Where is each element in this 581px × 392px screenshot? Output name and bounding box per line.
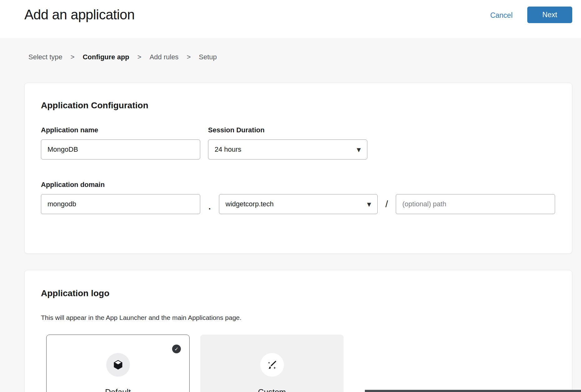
session-duration-select[interactable]: 24 hours ▾	[208, 140, 367, 159]
breadcrumb-separator: >	[187, 53, 191, 61]
custom-logo-circle	[260, 353, 284, 377]
application-name-label: Application name	[41, 126, 200, 134]
session-duration-field: Session Duration 24 hours ▾	[208, 126, 367, 159]
application-name-input[interactable]	[41, 140, 200, 159]
breadcrumb-separator: >	[71, 53, 75, 61]
session-duration-value: 24 hours	[215, 145, 241, 154]
check-icon: ✓	[174, 346, 178, 352]
application-configuration-card: Application Configuration Application na…	[24, 83, 572, 254]
breadcrumb-step-select-type[interactable]: Select type	[28, 53, 62, 61]
selected-check-badge: ✓	[172, 345, 181, 353]
breadcrumb-step-add-rules[interactable]: Add rules	[150, 53, 179, 61]
application-name-field: Application name	[41, 126, 200, 159]
domain-slash-separator: /	[378, 199, 396, 209]
cube-icon	[112, 359, 124, 370]
domain-dot-separator: .	[200, 202, 219, 212]
cancel-button[interactable]: Cancel	[490, 11, 513, 20]
brush-icon	[266, 359, 278, 370]
path-input[interactable]	[396, 194, 555, 214]
application-logo-title: Application logo	[41, 288, 556, 298]
application-logo-card: Application logo This will appear in the…	[24, 270, 572, 392]
subdomain-input[interactable]	[41, 194, 200, 214]
breadcrumb-separator: >	[137, 53, 142, 61]
page-title: Add an application	[24, 7, 135, 22]
application-logo-description: This will appear in the App Launcher and…	[41, 314, 556, 321]
breadcrumb-step-setup[interactable]: Setup	[199, 53, 217, 61]
page-header: Add an application Cancel Next	[0, 0, 581, 38]
application-domain-label: Application domain	[41, 181, 105, 189]
next-button[interactable]: Next	[527, 7, 572, 23]
horizontal-scrollbar[interactable]	[365, 390, 581, 392]
breadcrumb: Select type > Configure app > Add rules …	[28, 53, 217, 61]
logo-option-default[interactable]: ✓ Default	[46, 335, 190, 392]
logo-options: ✓ Default Custom	[46, 335, 556, 392]
session-duration-label: Session Duration	[208, 126, 367, 134]
domain-select[interactable]: widgetcorp.tech ▾	[219, 194, 378, 214]
domain-select-value: widgetcorp.tech	[226, 200, 274, 208]
chevron-down-icon: ▾	[367, 200, 371, 208]
application-configuration-title: Application Configuration	[41, 100, 556, 110]
logo-option-custom[interactable]: Custom	[200, 335, 344, 392]
chevron-down-icon: ▾	[357, 145, 361, 154]
default-logo-circle	[106, 353, 130, 377]
logo-option-label: Default	[105, 387, 131, 392]
breadcrumb-step-configure-app[interactable]: Configure app	[83, 53, 129, 61]
logo-option-label: Custom	[258, 387, 286, 392]
